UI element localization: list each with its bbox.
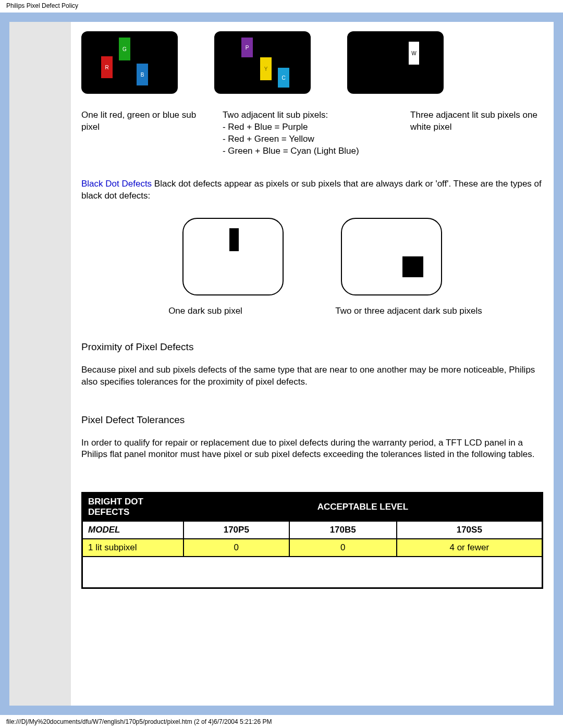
hdr-acceptable: ACCEPTABLE LEVEL xyxy=(183,493,543,522)
dark-dot-captions: One dark sub pixel Two or three adjacent… xyxy=(81,306,543,316)
row1-v2: 0 xyxy=(289,539,397,557)
dark-pixel-block xyxy=(402,256,423,277)
subpixel-chip-g: G xyxy=(119,38,130,60)
row1-label: 1 lit subpixel xyxy=(82,539,183,557)
caption-two-title: Two adjacent lit sub pixels: xyxy=(223,110,328,120)
model-col-2: 170B5 xyxy=(289,521,397,539)
caption-two-l2: - Red + Green = Yellow xyxy=(223,134,314,144)
caption-one-lit: One lit red, green or blue sub pixel xyxy=(81,109,214,157)
content-frame: GRB PYC W One lit red, green or blue sub… xyxy=(0,13,563,715)
caption-two-l1: - Red + Blue = Purple xyxy=(223,122,308,132)
left-sidebar-grey xyxy=(9,22,71,706)
screen-rgb: GRB xyxy=(81,31,178,94)
subpixel-chip-w: W xyxy=(409,42,419,65)
footer-path: file:///D|/My%20documents/dfu/W7/english… xyxy=(0,715,563,728)
caption-two-l3: - Green + Blue = Cyan (Light Blue) xyxy=(223,146,359,156)
table-blank-row xyxy=(82,557,543,588)
subpixel-chip-y: Y xyxy=(260,57,272,80)
dark-pixel-single xyxy=(229,228,239,251)
bright-dot-screens-row: GRB PYC W xyxy=(81,31,543,94)
tolerance-table: BRIGHT DOT DEFECTS ACCEPTABLE LEVEL MODE… xyxy=(81,492,543,589)
document-body: GRB PYC W One lit red, green or blue sub… xyxy=(71,22,554,706)
caption-two-adjacent: Two adjacent lit sub pixels: - Red + Blu… xyxy=(223,109,402,157)
caption-three-adjacent: Three adjacent lit sub pixels one white … xyxy=(410,109,543,157)
screen-pyc: PYC xyxy=(214,31,311,94)
black-dot-lead: Black Dot Defects xyxy=(81,179,152,189)
row1-v3: 4 or fewer xyxy=(397,539,543,557)
bright-dot-captions: One lit red, green or blue sub pixel Two… xyxy=(81,109,543,157)
subpixel-chip-r: R xyxy=(101,56,113,78)
table-row: 1 lit subpixel 0 0 4 or fewer xyxy=(82,539,543,557)
header-title: Philips Pixel Defect Policy xyxy=(0,0,563,13)
tolerances-heading: Pixel Defect Tolerances xyxy=(81,414,543,426)
diagram-multi-dark xyxy=(341,218,442,295)
tolerances-body: In order to qualify for repair or replac… xyxy=(81,437,543,461)
black-dot-paragraph: Black Dot Defects Black dot defects appe… xyxy=(81,178,543,202)
dark-dot-diagrams xyxy=(81,218,543,295)
model-col-1: 170P5 xyxy=(183,521,289,539)
subpixel-chip-c: C xyxy=(278,68,289,88)
caption-one-dark: One dark sub pixel xyxy=(138,306,273,316)
proximity-heading: Proximity of Pixel Defects xyxy=(81,341,543,353)
row1-v1: 0 xyxy=(183,539,289,557)
subpixel-chip-b: B xyxy=(137,64,148,85)
caption-multi-dark: Two or three adjacent dark sub pixels xyxy=(331,306,487,316)
table-header-row: BRIGHT DOT DEFECTS ACCEPTABLE LEVEL xyxy=(82,493,543,522)
screen-white: W xyxy=(347,31,444,94)
subpixel-chip-p: P xyxy=(241,38,253,57)
proximity-body: Because pixel and sub pixels defects of … xyxy=(81,364,543,388)
model-col-3: 170S5 xyxy=(397,521,543,539)
table-model-row: MODEL 170P5 170B5 170S5 xyxy=(82,521,543,539)
hdr-bright-dot: BRIGHT DOT DEFECTS xyxy=(82,493,183,522)
model-label: MODEL xyxy=(82,521,183,539)
diagram-one-dark xyxy=(182,218,284,295)
